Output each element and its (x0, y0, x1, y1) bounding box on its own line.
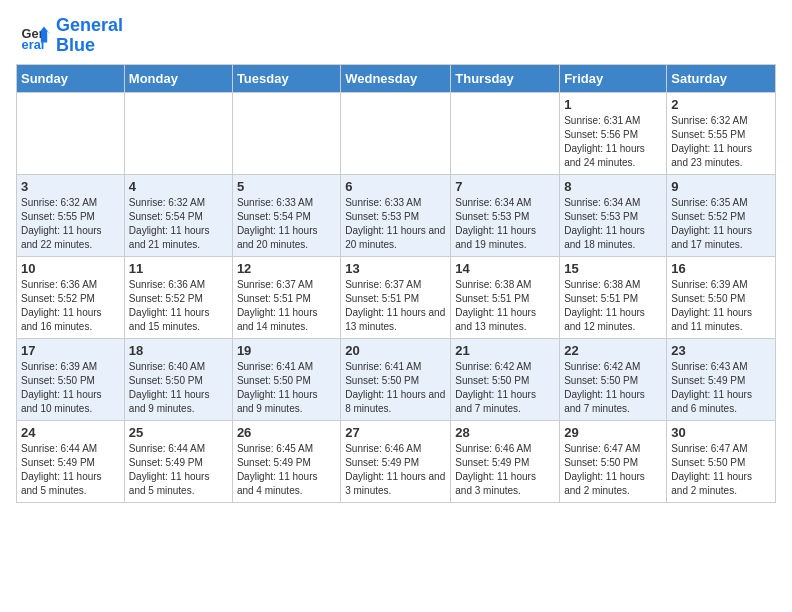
day-number: 10 (21, 261, 120, 276)
day-info: Sunrise: 6:31 AM Sunset: 5:56 PM Dayligh… (564, 114, 662, 170)
calendar-header-friday: Friday (560, 64, 667, 92)
day-info: Sunrise: 6:37 AM Sunset: 5:51 PM Dayligh… (345, 278, 446, 334)
calendar-header-thursday: Thursday (451, 64, 560, 92)
day-number: 19 (237, 343, 336, 358)
day-number: 6 (345, 179, 446, 194)
calendar-cell: 9Sunrise: 6:35 AM Sunset: 5:52 PM Daylig… (667, 174, 776, 256)
day-info: Sunrise: 6:34 AM Sunset: 5:53 PM Dayligh… (564, 196, 662, 252)
day-info: Sunrise: 6:36 AM Sunset: 5:52 PM Dayligh… (129, 278, 228, 334)
calendar-cell: 8Sunrise: 6:34 AM Sunset: 5:53 PM Daylig… (560, 174, 667, 256)
calendar-cell: 12Sunrise: 6:37 AM Sunset: 5:51 PM Dayli… (232, 256, 340, 338)
day-number: 18 (129, 343, 228, 358)
day-info: Sunrise: 6:43 AM Sunset: 5:49 PM Dayligh… (671, 360, 771, 416)
day-number: 4 (129, 179, 228, 194)
calendar-header-row: SundayMondayTuesdayWednesdayThursdayFrid… (17, 64, 776, 92)
logo-icon: Gen eral (20, 20, 52, 52)
calendar-week-row: 24Sunrise: 6:44 AM Sunset: 5:49 PM Dayli… (17, 420, 776, 502)
day-number: 16 (671, 261, 771, 276)
day-info: Sunrise: 6:32 AM Sunset: 5:55 PM Dayligh… (671, 114, 771, 170)
calendar-cell: 11Sunrise: 6:36 AM Sunset: 5:52 PM Dayli… (124, 256, 232, 338)
calendar-cell: 2Sunrise: 6:32 AM Sunset: 5:55 PM Daylig… (667, 92, 776, 174)
day-number: 13 (345, 261, 446, 276)
calendar-cell: 10Sunrise: 6:36 AM Sunset: 5:52 PM Dayli… (17, 256, 125, 338)
calendar-cell (17, 92, 125, 174)
day-number: 5 (237, 179, 336, 194)
day-info: Sunrise: 6:42 AM Sunset: 5:50 PM Dayligh… (455, 360, 555, 416)
calendar-cell: 30Sunrise: 6:47 AM Sunset: 5:50 PM Dayli… (667, 420, 776, 502)
day-number: 14 (455, 261, 555, 276)
calendar-cell: 28Sunrise: 6:46 AM Sunset: 5:49 PM Dayli… (451, 420, 560, 502)
day-number: 23 (671, 343, 771, 358)
calendar-cell: 16Sunrise: 6:39 AM Sunset: 5:50 PM Dayli… (667, 256, 776, 338)
day-number: 22 (564, 343, 662, 358)
day-info: Sunrise: 6:41 AM Sunset: 5:50 PM Dayligh… (237, 360, 336, 416)
day-info: Sunrise: 6:33 AM Sunset: 5:53 PM Dayligh… (345, 196, 446, 252)
day-info: Sunrise: 6:46 AM Sunset: 5:49 PM Dayligh… (345, 442, 446, 498)
day-info: Sunrise: 6:44 AM Sunset: 5:49 PM Dayligh… (21, 442, 120, 498)
day-info: Sunrise: 6:42 AM Sunset: 5:50 PM Dayligh… (564, 360, 662, 416)
day-info: Sunrise: 6:40 AM Sunset: 5:50 PM Dayligh… (129, 360, 228, 416)
calendar-header-saturday: Saturday (667, 64, 776, 92)
day-info: Sunrise: 6:39 AM Sunset: 5:50 PM Dayligh… (21, 360, 120, 416)
day-number: 15 (564, 261, 662, 276)
day-info: Sunrise: 6:45 AM Sunset: 5:49 PM Dayligh… (237, 442, 336, 498)
day-info: Sunrise: 6:33 AM Sunset: 5:54 PM Dayligh… (237, 196, 336, 252)
calendar-cell (341, 92, 451, 174)
day-info: Sunrise: 6:34 AM Sunset: 5:53 PM Dayligh… (455, 196, 555, 252)
calendar-week-row: 10Sunrise: 6:36 AM Sunset: 5:52 PM Dayli… (17, 256, 776, 338)
day-number: 30 (671, 425, 771, 440)
day-number: 20 (345, 343, 446, 358)
calendar-table: SundayMondayTuesdayWednesdayThursdayFrid… (16, 64, 776, 503)
calendar-cell: 18Sunrise: 6:40 AM Sunset: 5:50 PM Dayli… (124, 338, 232, 420)
calendar-cell: 7Sunrise: 6:34 AM Sunset: 5:53 PM Daylig… (451, 174, 560, 256)
day-number: 17 (21, 343, 120, 358)
calendar-cell (124, 92, 232, 174)
calendar-cell: 5Sunrise: 6:33 AM Sunset: 5:54 PM Daylig… (232, 174, 340, 256)
logo-text: GeneralBlue (56, 16, 123, 56)
calendar-cell: 13Sunrise: 6:37 AM Sunset: 5:51 PM Dayli… (341, 256, 451, 338)
calendar-header-tuesday: Tuesday (232, 64, 340, 92)
day-number: 2 (671, 97, 771, 112)
calendar-cell: 25Sunrise: 6:44 AM Sunset: 5:49 PM Dayli… (124, 420, 232, 502)
day-number: 11 (129, 261, 228, 276)
day-info: Sunrise: 6:44 AM Sunset: 5:49 PM Dayligh… (129, 442, 228, 498)
day-info: Sunrise: 6:32 AM Sunset: 5:54 PM Dayligh… (129, 196, 228, 252)
day-info: Sunrise: 6:41 AM Sunset: 5:50 PM Dayligh… (345, 360, 446, 416)
calendar-cell: 1Sunrise: 6:31 AM Sunset: 5:56 PM Daylig… (560, 92, 667, 174)
day-info: Sunrise: 6:37 AM Sunset: 5:51 PM Dayligh… (237, 278, 336, 334)
calendar-week-row: 3Sunrise: 6:32 AM Sunset: 5:55 PM Daylig… (17, 174, 776, 256)
calendar-cell: 6Sunrise: 6:33 AM Sunset: 5:53 PM Daylig… (341, 174, 451, 256)
calendar-cell (232, 92, 340, 174)
calendar-header-sunday: Sunday (17, 64, 125, 92)
day-info: Sunrise: 6:36 AM Sunset: 5:52 PM Dayligh… (21, 278, 120, 334)
day-info: Sunrise: 6:47 AM Sunset: 5:50 PM Dayligh… (671, 442, 771, 498)
calendar-cell: 15Sunrise: 6:38 AM Sunset: 5:51 PM Dayli… (560, 256, 667, 338)
day-number: 29 (564, 425, 662, 440)
calendar-cell: 20Sunrise: 6:41 AM Sunset: 5:50 PM Dayli… (341, 338, 451, 420)
day-info: Sunrise: 6:47 AM Sunset: 5:50 PM Dayligh… (564, 442, 662, 498)
day-number: 3 (21, 179, 120, 194)
calendar-cell (451, 92, 560, 174)
calendar-cell: 29Sunrise: 6:47 AM Sunset: 5:50 PM Dayli… (560, 420, 667, 502)
logo: Gen eral GeneralBlue (20, 16, 123, 56)
calendar-cell: 21Sunrise: 6:42 AM Sunset: 5:50 PM Dayli… (451, 338, 560, 420)
day-number: 9 (671, 179, 771, 194)
day-number: 25 (129, 425, 228, 440)
calendar-header-monday: Monday (124, 64, 232, 92)
page-header: Gen eral GeneralBlue (0, 0, 792, 64)
calendar-cell: 22Sunrise: 6:42 AM Sunset: 5:50 PM Dayli… (560, 338, 667, 420)
day-info: Sunrise: 6:38 AM Sunset: 5:51 PM Dayligh… (455, 278, 555, 334)
day-info: Sunrise: 6:46 AM Sunset: 5:49 PM Dayligh… (455, 442, 555, 498)
calendar-cell: 4Sunrise: 6:32 AM Sunset: 5:54 PM Daylig… (124, 174, 232, 256)
day-number: 26 (237, 425, 336, 440)
calendar-cell: 23Sunrise: 6:43 AM Sunset: 5:49 PM Dayli… (667, 338, 776, 420)
day-number: 21 (455, 343, 555, 358)
calendar-cell: 24Sunrise: 6:44 AM Sunset: 5:49 PM Dayli… (17, 420, 125, 502)
day-number: 27 (345, 425, 446, 440)
day-info: Sunrise: 6:38 AM Sunset: 5:51 PM Dayligh… (564, 278, 662, 334)
day-number: 28 (455, 425, 555, 440)
calendar-cell: 26Sunrise: 6:45 AM Sunset: 5:49 PM Dayli… (232, 420, 340, 502)
day-info: Sunrise: 6:35 AM Sunset: 5:52 PM Dayligh… (671, 196, 771, 252)
calendar-cell: 3Sunrise: 6:32 AM Sunset: 5:55 PM Daylig… (17, 174, 125, 256)
day-info: Sunrise: 6:32 AM Sunset: 5:55 PM Dayligh… (21, 196, 120, 252)
